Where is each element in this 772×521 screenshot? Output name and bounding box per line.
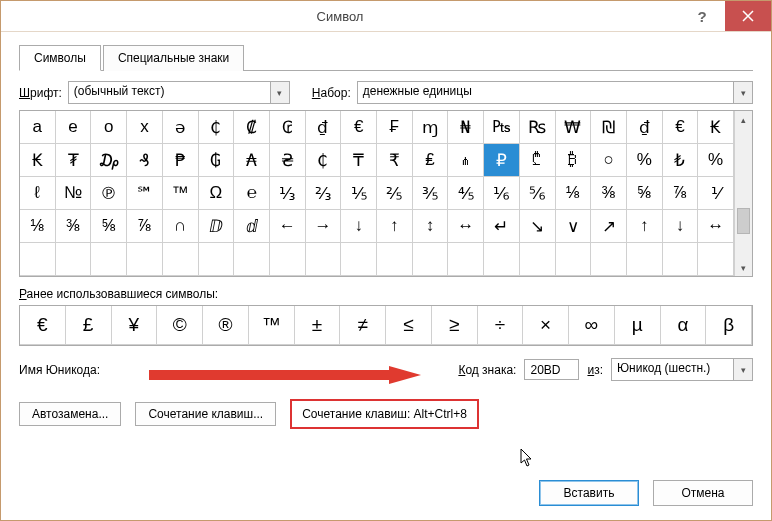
- symbol-cell[interactable]: ⅚: [520, 177, 556, 210]
- symbol-cell[interactable]: %: [698, 144, 734, 177]
- symbol-cell[interactable]: ₳: [234, 144, 270, 177]
- symbol-cell[interactable]: ɱ: [413, 111, 449, 144]
- recent-symbol-cell[interactable]: ≤: [386, 306, 432, 345]
- from-combo[interactable]: Юникод (шестн.) ▾: [611, 358, 753, 381]
- symbol-cell[interactable]: ₼: [448, 144, 484, 177]
- symbol-cell[interactable]: ℗: [91, 177, 127, 210]
- scroll-up-icon[interactable]: ▴: [735, 111, 752, 128]
- recent-symbol-cell[interactable]: ©: [157, 306, 203, 345]
- symbol-cell[interactable]: ₴: [270, 144, 306, 177]
- symbol-cell[interactable]: ₺: [663, 144, 699, 177]
- recent-symbol-cell[interactable]: β: [706, 306, 752, 345]
- symbol-cell[interactable]: ℓ: [20, 177, 56, 210]
- recent-symbol-cell[interactable]: ®: [203, 306, 249, 345]
- symbol-cell[interactable]: ₣: [377, 111, 413, 144]
- symbol-cell[interactable]: x: [127, 111, 163, 144]
- symbol-cell[interactable]: ⅝: [627, 177, 663, 210]
- symbol-cell[interactable]: ↑: [377, 210, 413, 243]
- scroll-thumb[interactable]: [737, 208, 750, 234]
- symbol-cell[interactable]: ⅝: [91, 210, 127, 243]
- symbol-cell[interactable]: ⅓: [270, 177, 306, 210]
- symbol-cell[interactable]: [341, 243, 377, 276]
- symbol-cell[interactable]: ↕: [413, 210, 449, 243]
- symbol-cell[interactable]: [163, 243, 199, 276]
- recent-symbol-cell[interactable]: ¥: [112, 306, 158, 345]
- symbol-cell[interactable]: [199, 243, 235, 276]
- symbol-cell[interactable]: ⅗: [413, 177, 449, 210]
- symbol-cell[interactable]: ₫: [627, 111, 663, 144]
- symbol-cell[interactable]: [20, 243, 56, 276]
- symbol-cell[interactable]: Ω: [199, 177, 235, 210]
- recent-symbol-cell[interactable]: ×: [523, 306, 569, 345]
- symbol-cell[interactable]: ⅘: [448, 177, 484, 210]
- symbol-cell[interactable]: ↓: [341, 210, 377, 243]
- symbol-cell[interactable]: ∩: [163, 210, 199, 243]
- symbol-cell[interactable]: ∨: [556, 210, 592, 243]
- symbol-cell[interactable]: €: [341, 111, 377, 144]
- symbol-cell[interactable]: ₢: [270, 111, 306, 144]
- symbol-cell[interactable]: ₪: [591, 111, 627, 144]
- symbol-cell[interactable]: ⅛: [20, 210, 56, 243]
- symbol-cell[interactable]: ₧: [484, 111, 520, 144]
- recent-symbol-cell[interactable]: €: [20, 306, 66, 345]
- recent-symbol-cell[interactable]: ±: [295, 306, 341, 345]
- recent-symbol-cell[interactable]: ÷: [478, 306, 524, 345]
- symbol-cell[interactable]: [91, 243, 127, 276]
- symbol-cell[interactable]: [234, 243, 270, 276]
- symbol-cell[interactable]: ₱: [163, 144, 199, 177]
- symbol-cell[interactable]: o: [91, 111, 127, 144]
- symbol-cell[interactable]: №: [56, 177, 92, 210]
- shortcut-button[interactable]: Сочетание клавиш...: [135, 402, 276, 426]
- char-code-input[interactable]: [524, 359, 579, 380]
- subset-combo[interactable]: денежные единицы ▾: [357, 81, 753, 104]
- symbol-cell[interactable]: ⅙: [484, 177, 520, 210]
- autocorrect-button[interactable]: Автозамена...: [19, 402, 121, 426]
- symbol-cell[interactable]: ₦: [448, 111, 484, 144]
- symbol-cell[interactable]: →: [306, 210, 342, 243]
- chevron-down-icon[interactable]: ▾: [733, 359, 752, 380]
- close-button[interactable]: [725, 1, 771, 31]
- symbol-cell[interactable]: a: [20, 111, 56, 144]
- symbol-cell[interactable]: ™: [163, 177, 199, 210]
- symbol-cell[interactable]: ₭: [698, 111, 734, 144]
- symbol-cell[interactable]: ⅜: [591, 177, 627, 210]
- symbol-cell[interactable]: ↗: [591, 210, 627, 243]
- scroll-down-icon[interactable]: ▾: [735, 259, 752, 276]
- scrollbar[interactable]: ▴ ▾: [734, 111, 752, 276]
- symbol-cell[interactable]: [698, 243, 734, 276]
- recent-symbol-cell[interactable]: ∞: [569, 306, 615, 345]
- symbol-cell[interactable]: ⅖: [377, 177, 413, 210]
- recent-symbol-cell[interactable]: ≥: [432, 306, 478, 345]
- symbol-cell[interactable]: [484, 243, 520, 276]
- symbol-cell[interactable]: ⅛: [556, 177, 592, 210]
- symbol-cell[interactable]: ↔: [698, 210, 734, 243]
- symbol-cell[interactable]: ⅞: [127, 210, 163, 243]
- recent-symbol-cell[interactable]: µ: [615, 306, 661, 345]
- symbol-cell[interactable]: ₿: [556, 144, 592, 177]
- symbol-cell[interactable]: ₩: [556, 111, 592, 144]
- symbol-cell[interactable]: [270, 243, 306, 276]
- symbol-cell[interactable]: [627, 243, 663, 276]
- symbol-cell[interactable]: ⅞: [663, 177, 699, 210]
- symbol-cell[interactable]: ₯: [91, 144, 127, 177]
- symbol-cell[interactable]: ⅔: [306, 177, 342, 210]
- symbol-cell[interactable]: [56, 243, 92, 276]
- recent-symbol-cell[interactable]: £: [66, 306, 112, 345]
- symbol-cell[interactable]: ⅕: [341, 177, 377, 210]
- symbol-cell[interactable]: ₹: [377, 144, 413, 177]
- symbol-cell[interactable]: [413, 243, 449, 276]
- symbol-cell[interactable]: ₵: [306, 144, 342, 177]
- symbol-cell[interactable]: ⅟: [698, 177, 734, 210]
- recent-symbol-cell[interactable]: α: [661, 306, 707, 345]
- symbol-cell[interactable]: ←: [270, 210, 306, 243]
- symbol-cell[interactable]: [663, 243, 699, 276]
- symbol-cell[interactable]: €: [663, 111, 699, 144]
- chevron-down-icon[interactable]: ▾: [733, 82, 752, 103]
- symbol-cell[interactable]: ↓: [663, 210, 699, 243]
- symbol-cell[interactable]: %: [627, 144, 663, 177]
- symbol-cell[interactable]: [448, 243, 484, 276]
- cancel-button[interactable]: Отмена: [653, 480, 753, 506]
- symbol-cell[interactable]: ₽: [484, 144, 520, 177]
- symbol-cell[interactable]: ₵: [199, 111, 235, 144]
- symbol-cell[interactable]: [591, 243, 627, 276]
